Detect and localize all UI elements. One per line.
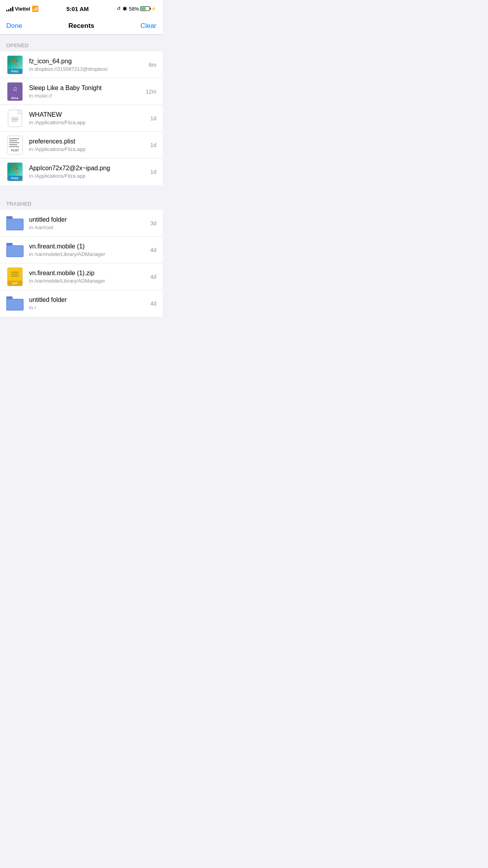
item-content: Sleep Like a Baby Tonight in music://: [29, 85, 143, 99]
item-time: 12m: [146, 88, 156, 95]
folder-icon: [6, 295, 24, 312]
file-icon-m4a: ♫ M4A: [6, 83, 24, 100]
list-item[interactable]: untitled folder in / 4d: [0, 290, 163, 317]
item-path: in /var/mobile/Library/ADManager: [29, 251, 147, 257]
item-time: 1d: [150, 142, 156, 148]
item-time: 3d: [150, 220, 156, 226]
item-content: WHATNEW in /Applications/Filza.app: [29, 111, 147, 125]
signal-bars-icon: [6, 6, 13, 11]
item-name: AppIcon72x72@2x~ipad.png: [29, 165, 147, 172]
item-content: untitled folder in /: [29, 296, 147, 311]
item-path: in dropbox://315087212@dropbox/: [29, 66, 146, 72]
item-content: vn.fireant.mobile (1).zip in /var/mobile…: [29, 270, 147, 284]
status-time: 5:01 AM: [66, 6, 89, 12]
file-icon-zip: ZIP: [6, 268, 24, 285]
carrier-name: Viettel: [15, 6, 30, 12]
signal-bar-4: [12, 7, 13, 11]
folder-icon: [6, 241, 24, 259]
item-content: AppIcon72x72@2x~ipad.png in /Application…: [29, 165, 147, 179]
list-item[interactable]: vn.fireant.mobile (1) in /var/mobile/Lib…: [0, 237, 163, 263]
item-name: fz_icon_64.png: [29, 58, 146, 65]
item-name: untitled folder: [29, 216, 147, 223]
battery-percent: 58%: [129, 6, 139, 12]
list-item[interactable]: ZIP vn.fireant.mobile (1).zip in /var/mo…: [0, 263, 163, 290]
trashed-section-header: TRASHED: [0, 193, 163, 210]
signal-bar-2: [8, 9, 9, 11]
item-content: preferences.plist in /Applications/Filza…: [29, 138, 147, 152]
signal-bar-3: [10, 8, 11, 11]
status-bar: Viettel 📶 5:01 AM ↺ ✱ 58% ⚡: [0, 0, 163, 17]
item-path: in /Applications/Filza.app: [29, 146, 147, 152]
item-name: untitled folder: [29, 296, 147, 303]
list-item[interactable]: PLIST preferences.plist in /Applications…: [0, 132, 163, 158]
item-name: Sleep Like a Baby Tonight: [29, 85, 143, 92]
file-icon-png: 🌴 PNG: [6, 56, 24, 74]
item-time: 1d: [150, 169, 156, 175]
opened-list: 🌴 PNG fz_icon_64.png in dropbox://315087…: [0, 51, 163, 185]
list-item[interactable]: 🌴 PNG fz_icon_64.png in dropbox://315087…: [0, 51, 163, 78]
opened-section-header: OPENED: [0, 35, 163, 51]
item-path: in /var/mobile/Library/ADManager: [29, 278, 147, 284]
item-path: in /Applications/Filza.app: [29, 173, 147, 179]
item-time: 4d: [150, 247, 156, 253]
status-right: ↺ ✱ 58% ⚡: [117, 6, 156, 12]
item-name: vn.fireant.mobile (1): [29, 243, 147, 250]
battery-container: 58% ⚡: [129, 6, 156, 12]
battery-fill: [141, 7, 146, 10]
file-icon-plist: PLIST: [6, 136, 24, 154]
item-name: preferences.plist: [29, 138, 147, 145]
item-path: in /: [29, 305, 147, 311]
bluetooth-icon: ✱: [123, 6, 127, 12]
item-content: fz_icon_64.png in dropbox://315087212@dr…: [29, 58, 146, 72]
list-item[interactable]: 🌴 PNG AppIcon72x72@2x~ipad.png in /Appli…: [0, 158, 163, 185]
item-path: in /var/root: [29, 224, 147, 230]
nav-bar: Done Recents Clear: [0, 17, 163, 35]
section-gap: [0, 185, 163, 193]
item-name: WHATNEW: [29, 111, 147, 118]
lock-rotate-icon: ↺: [117, 6, 121, 11]
trashed-list: untitled folder in /var/root 3d vn.firea…: [0, 210, 163, 317]
item-time: 4d: [150, 274, 156, 280]
item-time: 4d: [150, 300, 156, 307]
list-item[interactable]: ♫ M4A Sleep Like a Baby Tonight in music…: [0, 78, 163, 105]
list-item[interactable]: untitled folder in /var/root 3d: [0, 210, 163, 237]
file-icon-generic: [6, 110, 24, 127]
item-content: vn.fireant.mobile (1) in /var/mobile/Lib…: [29, 243, 147, 257]
item-time: 1d: [150, 115, 156, 121]
status-left: Viettel 📶: [6, 6, 39, 12]
done-button[interactable]: Done: [6, 22, 22, 30]
item-content: untitled folder in /var/root: [29, 216, 147, 230]
wifi-icon: 📶: [32, 6, 39, 12]
folder-icon: [6, 215, 24, 232]
item-path: in /Applications/Filza.app: [29, 120, 147, 125]
battery-icon: [140, 6, 150, 11]
charging-icon: ⚡: [151, 6, 156, 11]
bottom-fill: [0, 317, 163, 395]
file-icon-png2: 🌴 PNG: [6, 163, 24, 180]
page-title: Recents: [68, 22, 94, 30]
list-item[interactable]: WHATNEW in /Applications/Filza.app 1d: [0, 105, 163, 132]
clear-button[interactable]: Clear: [140, 22, 156, 30]
item-path: in music://: [29, 93, 143, 99]
item-name: vn.fireant.mobile (1).zip: [29, 270, 147, 277]
item-time: 6m: [149, 62, 156, 68]
signal-bar-1: [6, 10, 7, 11]
